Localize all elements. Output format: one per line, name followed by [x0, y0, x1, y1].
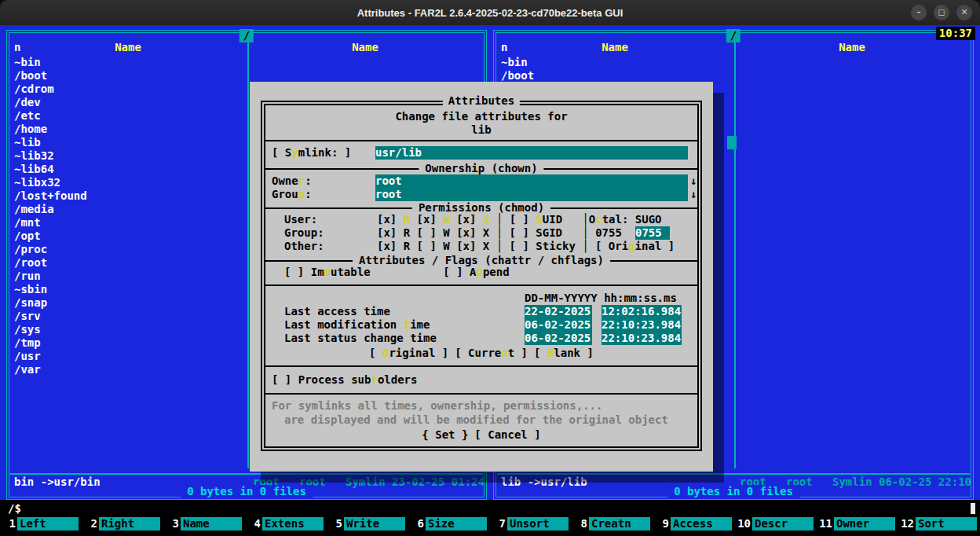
access-time-label: Last access time — [284, 305, 390, 318]
perm-row-user[interactable]: User: [x] R [x] W [x] X │ [ ] SUID │Octa… — [284, 213, 662, 226]
panel-column-divider — [734, 42, 736, 468]
keybar-label: Creatn — [589, 517, 650, 530]
keybar-label: Right — [99, 517, 160, 530]
function-keybar: 1Left2Right3Name4Extens5Write6Size7Unsor… — [0, 517, 980, 530]
file-item[interactable]: ~sbin — [14, 283, 243, 296]
file-item[interactable]: /boot — [14, 69, 243, 83]
symlink-input[interactable]: usr/lib — [375, 146, 688, 160]
file-item[interactable]: /snap — [14, 296, 243, 310]
time-buttons-row: [ Original ] [ Current ] [ Blank ] — [261, 347, 702, 360]
keybar-item[interactable]: 5Write — [327, 517, 408, 530]
file-item[interactable]: /lost+found — [14, 189, 243, 203]
window-controls: – ◻ ✕ — [911, 5, 972, 20]
keybar-number: 9 — [653, 517, 671, 530]
modification-time-input[interactable]: 22:10:23.984 — [602, 318, 682, 332]
modification-date-input[interactable]: 06-02-2025 — [525, 318, 592, 332]
keybar-label: Write — [344, 517, 405, 530]
keybar-number: 12 — [898, 517, 916, 530]
symlink-checkbox[interactable]: [ Symlink: ] — [272, 146, 351, 160]
keybar-item[interactable]: 12Sort — [898, 517, 980, 530]
close-button[interactable]: ✕ — [956, 5, 972, 20]
column-header-name[interactable]: Name — [9, 41, 247, 54]
current-time-button[interactable]: [ Current ] — [455, 347, 528, 360]
column-header-name[interactable]: Name — [733, 41, 971, 54]
file-item[interactable]: /proc — [14, 243, 243, 256]
file-item[interactable]: /run — [14, 270, 243, 283]
file-item[interactable]: /dev — [14, 96, 243, 109]
keybar-number: 5 — [327, 517, 344, 530]
file-item[interactable]: /sys — [14, 323, 243, 336]
dialog-separator — [264, 140, 699, 141]
status-change-time-label: Last status change time — [284, 332, 437, 345]
datetime-format-header: DD-MM-YYYYY hh:mm:ss.ms — [525, 292, 677, 305]
dialog-separator — [264, 285, 699, 286]
octal-input[interactable]: 0755 — [635, 226, 670, 240]
panel-path[interactable]: / — [726, 29, 740, 42]
keybar-item[interactable]: 9Access — [653, 517, 735, 530]
file-item[interactable]: /mnt — [14, 216, 243, 229]
minimize-button[interactable]: – — [911, 5, 927, 20]
clock: 10:37 — [936, 27, 975, 40]
blank-time-button[interactable]: [ Blank ] — [534, 347, 594, 360]
file-item[interactable]: /opt — [14, 229, 243, 243]
column-header-name[interactable]: Name — [247, 41, 484, 54]
owner-label: Owner: — [272, 174, 312, 188]
symlink-note-line1: For symlinks all times, ownership, permi… — [272, 399, 602, 413]
file-item[interactable]: /srv — [14, 310, 243, 323]
panel-path[interactable]: / — [240, 29, 254, 42]
file-item[interactable]: /home — [14, 123, 243, 136]
file-item[interactable]: /usr — [14, 350, 243, 363]
dialog-subtitle: Change file attributes for — [261, 110, 702, 123]
keybar-item[interactable]: 1Left — [0, 517, 82, 530]
keybar-label: Descr — [752, 517, 814, 530]
file-item[interactable]: ~bin — [14, 56, 243, 69]
access-date-input[interactable]: 22-02-2025 — [525, 305, 592, 318]
original-permissions-button[interactable]: [ Original ] — [595, 240, 675, 253]
original-time-button[interactable]: [ Original ] — [369, 347, 448, 360]
access-time-input[interactable]: 12:02:16.984 — [602, 305, 682, 318]
keybar-number: 2 — [82, 517, 99, 530]
file-item[interactable]: ~libx32 — [14, 176, 243, 189]
cancel-button[interactable]: [ Cancel ] — [474, 428, 540, 442]
file-list: ~bin/boot/cdrom/dev/etc/home~lib~lib32~l… — [14, 56, 243, 376]
file-item[interactable]: ~bin — [501, 56, 730, 69]
keybar-number: 10 — [735, 517, 752, 530]
file-item[interactable]: /media — [14, 203, 243, 216]
keybar-item[interactable]: 3Name — [163, 517, 245, 530]
file-item[interactable]: ~lib32 — [14, 149, 243, 163]
group-history-arrow-icon[interactable]: ↓ — [690, 188, 697, 201]
keybar-item[interactable]: 10Descr — [735, 517, 817, 530]
file-item[interactable]: /tmp — [14, 336, 243, 350]
keybar-label: Size — [426, 517, 487, 530]
file-item[interactable]: /var — [14, 363, 243, 376]
file-item[interactable]: /etc — [14, 109, 243, 123]
column-header-name[interactable]: Name — [496, 41, 733, 54]
file-item[interactable]: /boot — [501, 69, 730, 83]
keybar-item[interactable]: 6Size — [408, 517, 490, 530]
ownership-section-label: Ownership (chown) — [419, 162, 543, 175]
set-button[interactable]: { Set } — [422, 428, 468, 442]
process-subfolders-checkbox[interactable]: [ ] Process subfolders — [272, 373, 417, 387]
file-item[interactable]: ~lib64 — [14, 163, 243, 176]
keybar-item[interactable]: 8Creatn — [572, 517, 653, 530]
perm-row-group[interactable]: Group: [x] R [ ] W [x] X │ [ ] SGID │ 07… — [284, 226, 635, 240]
command-input[interactable]: /$ — [8, 502, 21, 516]
status-change-date-input[interactable]: 06-02-2025 — [525, 332, 592, 345]
keybar-item[interactable]: 7Unsort — [490, 517, 572, 530]
titlebar: Attributes - FAR2L 2.6.4-2025-02-23-cd70… — [0, 0, 980, 25]
flags-row[interactable]: [ ] Immutable [ ] Append — [284, 266, 510, 279]
file-item[interactable]: /root — [14, 256, 243, 270]
owner-history-arrow-icon[interactable]: ↓ — [690, 174, 697, 188]
owner-input[interactable]: root — [375, 174, 688, 188]
keybar-number: 7 — [490, 517, 507, 530]
file-item[interactable]: ~lib — [14, 136, 243, 149]
group-input[interactable]: root — [375, 188, 688, 201]
maximize-button[interactable]: ◻ — [934, 5, 949, 20]
file-item[interactable]: /cdrom — [14, 83, 243, 96]
dialog-separator — [264, 393, 699, 395]
keybar-item[interactable]: 2Right — [82, 517, 163, 530]
keybar-item[interactable]: 11Owner — [817, 517, 898, 530]
panel-cursor-bar — [727, 136, 737, 149]
status-change-time-input[interactable]: 22:10:23.984 — [602, 332, 682, 345]
perm-row-other[interactable]: Other: [x] R [ ] W [x] X │ [ ] Sticky │ — [284, 240, 589, 253]
